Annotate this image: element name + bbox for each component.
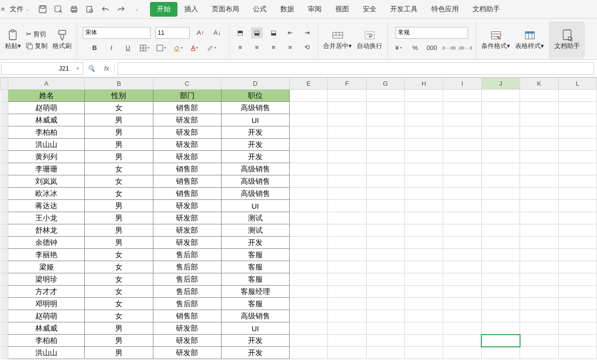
column-header-A[interactable]: A [8,78,85,90]
tab-数据[interactable]: 数据 [274,2,301,17]
cell-I18[interactable] [443,298,481,310]
merge-center-button[interactable]: 合并居中▾ [323,30,352,50]
cell-B11[interactable]: 男 [85,212,153,224]
increase-font-icon[interactable]: A↑ [195,27,206,38]
cell-F15[interactable] [328,261,366,273]
cell-K12[interactable] [520,224,558,237]
cell-F3[interactable] [328,114,366,126]
cell-A20[interactable]: 林威威 [8,322,85,335]
align-center-icon[interactable]: ≡ [251,42,263,53]
row-header-22[interactable] [0,347,8,359]
currency-icon[interactable]: ¥ [393,43,404,53]
cell-H16[interactable] [405,273,443,286]
cell-J18[interactable] [481,298,520,310]
fx-label[interactable]: fx [99,65,115,72]
cell-B12[interactable]: 男 [85,224,153,237]
cell-G3[interactable] [366,114,404,126]
underline-button[interactable]: U [122,43,134,53]
cell-F5[interactable] [328,139,366,151]
cell-E3[interactable] [289,114,327,126]
cell-J12[interactable] [481,224,520,237]
cell-L7[interactable] [558,163,597,175]
cell-H18[interactable] [405,298,443,310]
row-header-13[interactable] [0,237,8,249]
cell-K6[interactable] [520,151,558,163]
cell-G16[interactable] [366,273,404,286]
cell-K17[interactable] [520,286,558,298]
cell-F16[interactable] [328,273,366,286]
row-header-20[interactable] [0,322,8,335]
cell-F6[interactable] [328,151,366,163]
cell-L11[interactable] [558,212,597,224]
cell-I6[interactable] [443,151,481,163]
cell-J22[interactable] [481,347,520,359]
cell-style-button[interactable] [155,43,167,53]
cell-J4[interactable] [481,126,520,139]
cell-F12[interactable] [328,224,366,237]
cell-C9[interactable]: 销售部 [153,188,221,200]
cell-F8[interactable] [328,175,366,188]
column-header-B[interactable]: B [85,78,153,90]
redo-icon[interactable] [117,5,125,14]
cell-L5[interactable] [558,139,597,151]
cell-K8[interactable] [520,175,558,188]
cell-G10[interactable] [366,200,404,212]
cell-H5[interactable] [405,139,443,151]
cell-J7[interactable] [481,163,520,175]
cell-J19[interactable] [481,310,520,322]
cell-G2[interactable] [366,102,404,114]
cell-B20[interactable]: 男 [85,322,153,335]
cell-J11[interactable] [481,212,520,224]
cell-B18[interactable]: 女 [85,298,153,310]
cell-E18[interactable] [289,298,327,310]
italic-button[interactable]: I [105,43,117,53]
font-size-select[interactable] [155,27,190,39]
cell-K4[interactable] [520,126,558,139]
cell-K11[interactable] [520,212,558,224]
row-header-14[interactable] [0,249,8,261]
cell-A3[interactable]: 林威威 [8,114,85,126]
align-left-icon[interactable]: ≡ [234,42,246,53]
tab-开发工具[interactable]: 开发工具 [383,2,424,17]
cell-D20[interactable]: UI [221,322,289,335]
cell-C3[interactable]: 研发部 [153,114,221,126]
cell-A14[interactable]: 李丽艳 [8,249,85,261]
clear-format-button[interactable] [205,43,217,53]
cell-F4[interactable] [328,126,366,139]
table-style-button[interactable]: 表格样式▾ [515,30,544,50]
align-top-icon[interactable]: ⬒ [234,27,246,38]
cell-B13[interactable]: 男 [85,237,153,249]
cell-F18[interactable] [328,298,366,310]
cell-B8[interactable]: 女 [85,175,153,188]
cell-B6[interactable]: 男 [85,151,153,163]
cell-L1[interactable] [558,90,597,102]
undo-icon[interactable] [101,5,110,14]
save-as-icon[interactable] [54,5,63,14]
cell-F2[interactable] [328,102,366,114]
cell-A2[interactable]: 赵萌萌 [8,102,85,114]
column-header-H[interactable]: H [405,78,443,90]
cell-L3[interactable] [558,114,597,126]
cell-F1[interactable] [328,90,366,102]
cell-G5[interactable] [366,139,404,151]
cell-A7[interactable]: 李珊珊 [8,163,85,175]
cell-G6[interactable] [366,151,404,163]
cell-G15[interactable] [366,261,404,273]
number-format-select[interactable] [396,27,468,39]
cell-C15[interactable]: 售后部 [153,261,221,273]
cell-K15[interactable] [520,261,558,273]
cell-A5[interactable]: 洪山山 [8,139,85,151]
column-header-D[interactable]: D [221,78,289,90]
cell-H6[interactable] [405,151,443,163]
paste-button[interactable]: 粘贴▾ [5,30,21,50]
cell-E4[interactable] [289,126,327,139]
cell-C10[interactable]: 研发部 [153,200,221,212]
cell-H2[interactable] [405,102,443,114]
cell-D22[interactable]: 开发 [221,347,289,359]
decrease-font-icon[interactable]: A↓ [211,27,223,38]
cell-K20[interactable] [520,322,558,335]
cell-K19[interactable] [520,310,558,322]
cell-F19[interactable] [328,310,366,322]
cell-D5[interactable]: 开发 [221,139,289,151]
row-header-15[interactable] [0,261,8,273]
